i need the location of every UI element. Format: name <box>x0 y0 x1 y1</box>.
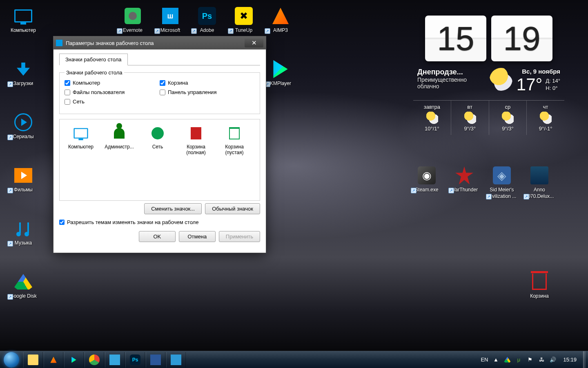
cb-allow-themes[interactable]: Разрешить темам изменять значки на рабоч… <box>59 219 260 225</box>
desktop-icon-steam[interactable]: ◉↗Steam.exe <box>408 166 445 193</box>
cb-recycle[interactable]: Корзина <box>160 80 255 86</box>
dialog-title-icon <box>56 40 62 46</box>
taskbar: Ps EN ▲ μ ⚑ 🖧 🔊 15:19 <box>0 351 588 368</box>
desktop-icon-microsoft[interactable]: ш↗Microsoft <box>152 6 189 34</box>
desktop-icon-computer[interactable]: Компьютер <box>5 6 42 34</box>
taskbar-ps[interactable]: Ps <box>125 352 145 368</box>
cb-userfiles[interactable]: Файлы пользователя <box>65 89 160 95</box>
desktop-icon-evernote[interactable]: ↗Evernote <box>114 6 151 34</box>
weather-date: Вс, 9 ноября <box>517 68 560 75</box>
taskbar-explorer[interactable] <box>23 352 43 368</box>
cb-computer[interactable]: Компьютер <box>65 80 160 86</box>
tray-volume-icon[interactable]: 🔊 <box>549 356 557 364</box>
taskbar-desktop-settings[interactable] <box>105 352 125 368</box>
desktop-icons-fieldset: Значки рабочего стола Компьютер Корзина … <box>59 70 260 114</box>
default-icon-button[interactable]: Обычный значок <box>205 203 260 214</box>
desktop-icon-films[interactable]: ↗Фильмы <box>5 166 42 193</box>
weather-widget[interactable]: 15 19 Днепродзе... Преимущественно облач… <box>413 16 564 135</box>
taskbar-chrome[interactable] <box>85 352 104 368</box>
tray-network-icon[interactable]: 🖧 <box>538 356 545 364</box>
desktop-icon-aimp3[interactable]: ↗AIMP3 <box>262 6 299 34</box>
tab-desktop-icons[interactable]: Значки рабочего стола <box>59 54 128 65</box>
clock-widget: 15 19 <box>413 16 564 61</box>
ok-button[interactable]: OK <box>139 231 176 242</box>
desktop-icon-serials[interactable]: ↗Сериалы <box>5 112 42 140</box>
weather-sun-icon <box>490 68 512 91</box>
desktop-icon-anno[interactable]: ↗Anno 2070.Delux... <box>521 166 558 200</box>
icon-item-network[interactable]: Сеть <box>140 125 176 155</box>
desktop-icon-music[interactable]: ↗Музыка <box>5 219 42 247</box>
dialog-titlebar[interactable]: Параметры значков рабочего стола ✕ <box>53 36 266 49</box>
clock-hours: 15 <box>425 16 486 61</box>
fieldset-legend: Значки рабочего стола <box>65 70 124 76</box>
weather-forecast: завтра10°/1° вт9°/3° ср9°/3° чт9°/-1° <box>413 100 564 135</box>
taskbar-personalize[interactable] <box>166 352 186 368</box>
icon-item-recycle-empty[interactable]: Корзина (пустая) <box>216 125 252 155</box>
desktop-icon-settings-dialog: Параметры значков рабочего стола ✕ Значк… <box>53 36 266 253</box>
desktop-icon-gdisk[interactable]: ↗Google Disk <box>5 272 42 300</box>
icon-item-admin[interactable]: Администр... <box>101 125 137 155</box>
apply-button[interactable]: Применить <box>219 231 260 242</box>
dialog-title: Параметры значков рабочего стола <box>66 40 154 46</box>
desktop-icon-kmplayer[interactable]: ↗KMPlayer <box>262 59 299 87</box>
desktop-icon-adobe[interactable]: Ps↗Adobe <box>189 6 225 34</box>
tray-utorrent-icon[interactable]: μ <box>515 356 522 364</box>
change-icon-button[interactable]: Сменить значок... <box>144 203 202 214</box>
desktop-icon-tuneup[interactable]: ✖↗TuneUp <box>225 6 262 34</box>
icon-preview-box: Компьютер Администр... Сеть Корзина (пол… <box>59 119 260 201</box>
tray-clock[interactable]: 15:19 <box>561 357 579 363</box>
taskbar-play[interactable] <box>64 352 84 368</box>
weather-low: Н: 0° <box>546 85 560 92</box>
cb-network[interactable]: Сеть <box>65 99 160 105</box>
system-tray: EN ▲ μ ⚑ 🖧 🔊 15:19 <box>478 351 588 368</box>
cancel-button[interactable]: Отмена <box>179 231 216 242</box>
close-button[interactable]: ✕ <box>245 38 263 47</box>
tray-arrow-icon[interactable]: ▲ <box>492 356 499 364</box>
desktop-icon-warthunder[interactable]: ↗WarThunder <box>446 166 483 193</box>
cb-cpanel[interactable]: Панель управления <box>160 89 255 95</box>
clock-minutes: 19 <box>491 16 552 61</box>
weather-temp: 17° <box>517 75 543 94</box>
desktop-icon-civ[interactable]: ◈↗Sid Meier's Civilization ... <box>483 166 520 200</box>
start-button[interactable] <box>0 351 23 368</box>
icon-item-recycle-full[interactable]: Корзина (полная) <box>178 125 214 155</box>
tray-gdrive-icon[interactable] <box>503 356 511 364</box>
taskbar-aimp[interactable] <box>44 352 63 368</box>
weather-condition: Преимущественно облачно <box>417 76 486 90</box>
tray-flag-icon[interactable]: ⚑ <box>526 356 534 364</box>
desktop-icon-downloads[interactable]: ↗Загрузки <box>5 59 42 87</box>
icon-item-computer[interactable]: Компьютер <box>63 125 99 155</box>
weather-high: Д: 14° <box>546 77 560 85</box>
tray-lang[interactable]: EN <box>481 357 488 363</box>
desktop-icon-recycle[interactable]: Корзина <box>521 272 558 300</box>
weather-city: Днепродзе... <box>417 68 486 76</box>
taskbar-word[interactable] <box>146 352 165 368</box>
show-desktop-button[interactable] <box>583 351 586 368</box>
